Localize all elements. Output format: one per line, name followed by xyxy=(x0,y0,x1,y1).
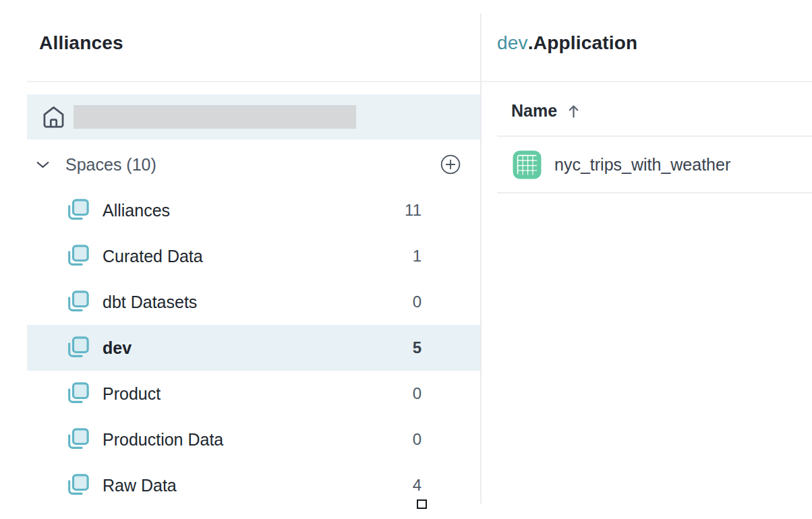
space-count: 1 xyxy=(413,247,481,266)
space-count: 0 xyxy=(413,384,481,403)
home-icon xyxy=(41,104,66,129)
breadcrumb-title: dev.Application xyxy=(497,34,637,53)
space-count: 5 xyxy=(413,338,481,357)
breadcrumb-entity: .Application xyxy=(528,32,638,53)
add-space-button[interactable] xyxy=(439,153,462,176)
space-icon xyxy=(64,426,91,453)
right-panel-divider xyxy=(482,81,812,82)
left-panel-divider xyxy=(27,81,481,82)
space-icon xyxy=(64,243,91,270)
plus-circle-icon xyxy=(439,153,462,176)
space-row-product[interactable]: Product 0 xyxy=(27,371,481,417)
space-row-production-data[interactable]: Production Data 0 xyxy=(27,417,481,462)
space-row-curated-data[interactable]: Curated Data 1 xyxy=(27,233,481,279)
space-count: 4 xyxy=(413,476,481,495)
space-label: dbt Datasets xyxy=(103,293,197,312)
asset-name: nyc_trips_with_weather xyxy=(554,155,730,175)
space-label: Alliances xyxy=(103,201,170,220)
name-column-header[interactable]: Name xyxy=(511,101,580,121)
space-label: Production Data xyxy=(103,430,223,450)
home-row[interactable] xyxy=(27,94,481,140)
name-column-label: Name xyxy=(511,101,557,121)
space-count: 11 xyxy=(405,201,481,220)
cursor-artifact-square xyxy=(417,499,427,509)
space-label: Curated Data xyxy=(103,247,203,266)
asset-row-nyc-trips-with-weather[interactable]: nyc_trips_with_weather xyxy=(497,137,812,192)
space-icon xyxy=(64,197,91,224)
workspace-screen: Alliances Spaces (10) xyxy=(0,0,812,519)
panel-title: Alliances xyxy=(39,34,123,53)
table-icon xyxy=(513,150,542,179)
chevron-down-icon xyxy=(34,156,51,173)
arrow-up-icon xyxy=(567,103,580,119)
space-label: Raw Data xyxy=(103,476,177,495)
space-count: 0 xyxy=(413,293,481,311)
spaces-list: Alliances 11 Curated Data 1 dbt Datasets… xyxy=(27,187,481,508)
space-row-dev[interactable]: dev 5 xyxy=(27,325,481,371)
space-icon xyxy=(64,380,91,407)
space-row-raw-data[interactable]: Raw Data 4 xyxy=(27,462,481,508)
panel-split-divider xyxy=(480,13,482,503)
space-icon xyxy=(64,472,91,499)
redacted-text-placeholder xyxy=(74,105,356,129)
space-label: dev xyxy=(103,338,132,358)
space-icon xyxy=(64,334,91,361)
space-row-alliances[interactable]: Alliances 11 xyxy=(27,187,481,233)
space-count: 0 xyxy=(413,430,481,449)
space-row-dbt-datasets[interactable]: dbt Datasets 0 xyxy=(27,279,481,325)
spaces-section-header[interactable]: Spaces (10) xyxy=(27,144,481,185)
table-row-divider xyxy=(497,192,812,193)
space-icon xyxy=(64,288,91,315)
breadcrumb-space[interactable]: dev xyxy=(497,32,528,53)
space-label: Product xyxy=(103,384,161,404)
spaces-section-label: Spaces (10) xyxy=(65,155,156,175)
